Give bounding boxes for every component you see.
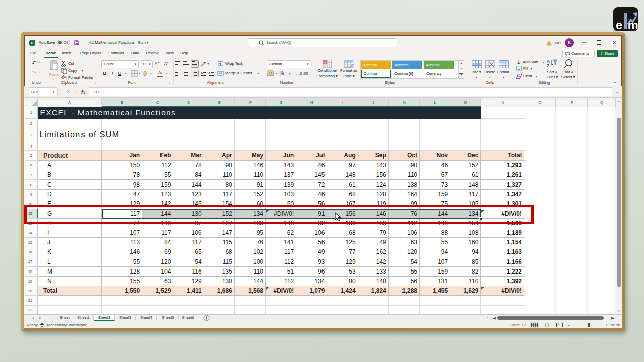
- svg-text:e: e: [616, 18, 622, 32]
- svg-text:x: x: [30, 40, 33, 45]
- svg-text:Z: Z: [547, 63, 549, 68]
